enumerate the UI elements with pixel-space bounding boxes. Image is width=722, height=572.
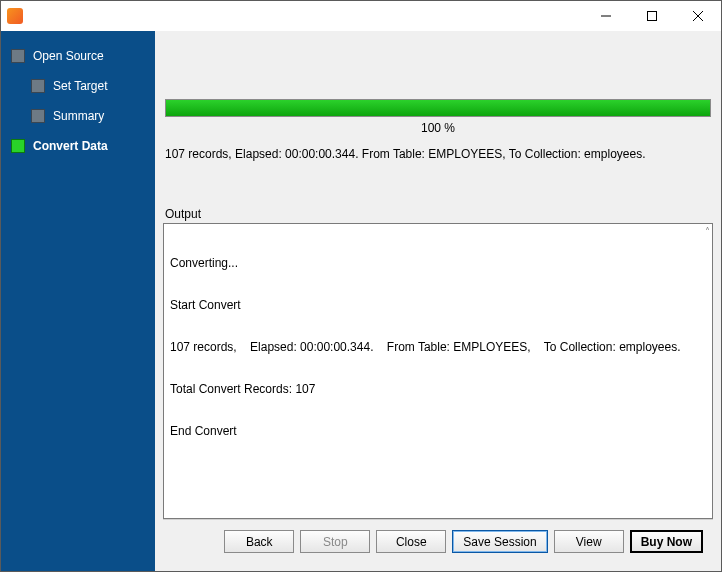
wizard-sidebar: Open Source Set Target Summary Convert D… <box>1 31 155 571</box>
output-textarea[interactable]: Converting... Start Convert 107 records,… <box>163 223 713 519</box>
minimize-button[interactable] <box>583 1 629 31</box>
step-label: Open Source <box>33 49 104 63</box>
step-label: Convert Data <box>33 139 108 153</box>
view-button[interactable]: View <box>554 530 624 553</box>
step-open-source[interactable]: Open Source <box>1 41 155 71</box>
output-line: Start Convert <box>170 298 706 312</box>
svg-rect-1 <box>648 12 657 21</box>
output-line: Converting... <box>170 256 706 270</box>
progress-bar <box>165 99 711 117</box>
footer-buttons: Back Stop Close Save Session View Buy No… <box>163 519 713 563</box>
close-window-button[interactable] <box>675 1 721 31</box>
step-box-icon <box>11 139 25 153</box>
progress-fill <box>166 100 710 116</box>
step-summary[interactable]: Summary <box>1 101 155 131</box>
app-window: Open Source Set Target Summary Convert D… <box>0 0 722 572</box>
step-label: Summary <box>53 109 104 123</box>
buy-now-button[interactable]: Buy Now <box>630 530 703 553</box>
scroll-up-icon[interactable]: ˄ <box>705 226 710 237</box>
step-box-icon <box>11 49 25 63</box>
step-convert-data[interactable]: Convert Data <box>1 131 155 161</box>
step-box-icon <box>31 109 45 123</box>
step-label: Set Target <box>53 79 107 93</box>
output-line: End Convert <box>170 424 706 438</box>
step-box-icon <box>31 79 45 93</box>
output-line: 107 records, Elapsed: 00:00:00.344. From… <box>170 340 706 354</box>
stop-button: Stop <box>300 530 370 553</box>
output-line: Total Convert Records: 107 <box>170 382 706 396</box>
close-button[interactable]: Close <box>376 530 446 553</box>
save-session-button[interactable]: Save Session <box>452 530 547 553</box>
main-panel: 100 % 107 records, Elapsed: 00:00:00.344… <box>155 31 721 571</box>
titlebar <box>1 1 721 31</box>
app-icon <box>7 8 23 24</box>
progress-percent: 100 % <box>163 117 713 143</box>
maximize-button[interactable] <box>629 1 675 31</box>
back-button[interactable]: Back <box>224 530 294 553</box>
status-line: 107 records, Elapsed: 00:00:00.344. From… <box>163 143 713 167</box>
output-label: Output <box>163 207 713 223</box>
step-set-target[interactable]: Set Target <box>1 71 155 101</box>
